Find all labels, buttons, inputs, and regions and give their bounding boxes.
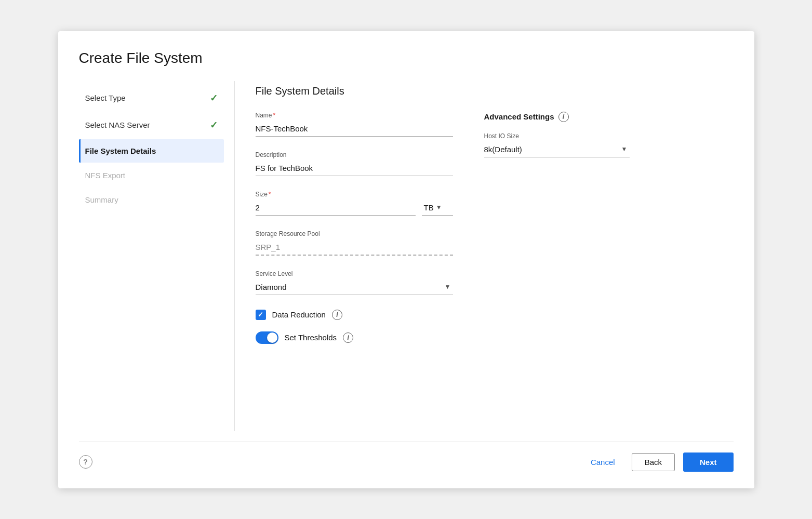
sidebar-item-label: Select Type: [85, 94, 126, 102]
name-form-group: Name*: [256, 112, 453, 137]
size-unit-dropdown-arrow: ▼: [436, 204, 442, 211]
dialog-body: Select Type ✓ Select NAS Server ✓ File S…: [79, 81, 734, 431]
data-reduction-row: Data Reduction i: [256, 310, 453, 320]
sidebar-item-label: NFS Export: [85, 171, 126, 180]
data-reduction-info-icon[interactable]: i: [332, 310, 342, 320]
host-io-dropdown-arrow: ▼: [621, 145, 628, 153]
form-left: Name* Description Size*: [256, 112, 453, 344]
name-label: Name*: [256, 112, 453, 119]
advanced-settings-title: Advanced Settings: [484, 112, 554, 121]
service-level-value: Diamond: [256, 283, 287, 291]
sidebar-item-label: Select NAS Server: [85, 121, 150, 129]
description-label: Description: [256, 151, 453, 158]
host-io-value: 8k(Default): [484, 145, 522, 154]
service-level-form-group: Service Level Diamond ▼: [256, 270, 453, 295]
data-reduction-checkbox[interactable]: [256, 310, 266, 320]
help-icon[interactable]: ?: [79, 455, 92, 469]
name-input[interactable]: [256, 121, 453, 137]
check-icon: ✓: [210, 92, 218, 104]
host-io-form-group: Host IO Size 8k(Default) ▼: [484, 132, 630, 157]
size-unit-select[interactable]: TB ▼: [422, 200, 453, 216]
size-label: Size*: [256, 191, 453, 198]
sidebar-item-summary[interactable]: Summary: [79, 188, 224, 211]
sidebar-item-select-nas-server[interactable]: Select NAS Server ✓: [79, 112, 224, 138]
sidebar: Select Type ✓ Select NAS Server ✓ File S…: [79, 81, 235, 431]
dialog-title: Create File System: [79, 50, 734, 66]
data-reduction-label: Data Reduction: [272, 310, 326, 319]
set-thresholds-row: Set Thresholds i: [256, 331, 453, 344]
sidebar-item-select-type[interactable]: Select Type ✓: [79, 85, 224, 111]
section-title: File System Details: [256, 85, 734, 97]
dialog-footer: ? Cancel Back Next: [79, 442, 734, 472]
form-layout: Name* Description Size*: [256, 112, 734, 344]
size-form-group: Size* TB ▼: [256, 191, 453, 216]
host-io-select[interactable]: 8k(Default) ▼: [484, 142, 630, 157]
size-unit-value: TB: [424, 203, 434, 212]
set-thresholds-info-icon[interactable]: i: [343, 332, 353, 343]
size-input[interactable]: [256, 200, 416, 216]
host-io-label: Host IO Size: [484, 132, 630, 140]
main-content: File System Details Name* Description: [235, 81, 734, 431]
advanced-settings-info-icon[interactable]: i: [558, 112, 569, 122]
set-thresholds-label: Set Thresholds: [285, 333, 337, 342]
set-thresholds-toggle[interactable]: [256, 331, 278, 344]
description-input[interactable]: [256, 161, 453, 176]
advanced-settings-header: Advanced Settings i: [484, 112, 630, 122]
service-level-label: Service Level: [256, 270, 453, 277]
storage-pool-form-group: Storage Resource Pool: [256, 230, 453, 256]
check-icon: ✓: [210, 119, 218, 131]
form-right: Advanced Settings i Host IO Size 8k(Defa…: [484, 112, 630, 344]
service-level-dropdown-arrow: ▼: [445, 283, 451, 290]
next-button[interactable]: Next: [683, 453, 734, 472]
sidebar-item-label: Summary: [85, 195, 118, 204]
cancel-button[interactable]: Cancel: [582, 454, 623, 471]
description-form-group: Description: [256, 151, 453, 176]
create-file-system-dialog: Create File System Select Type ✓ Select …: [58, 31, 754, 488]
storage-pool-input[interactable]: [256, 239, 453, 256]
size-row: TB ▼: [256, 200, 453, 216]
storage-pool-label: Storage Resource Pool: [256, 230, 453, 237]
sidebar-item-file-system-details[interactable]: File System Details: [79, 139, 224, 163]
service-level-select[interactable]: Diamond ▼: [256, 280, 453, 295]
sidebar-item-label: File System Details: [85, 147, 156, 155]
back-button[interactable]: Back: [632, 453, 675, 471]
required-asterisk: *: [273, 112, 276, 119]
sidebar-item-nfs-export[interactable]: NFS Export: [79, 164, 224, 187]
